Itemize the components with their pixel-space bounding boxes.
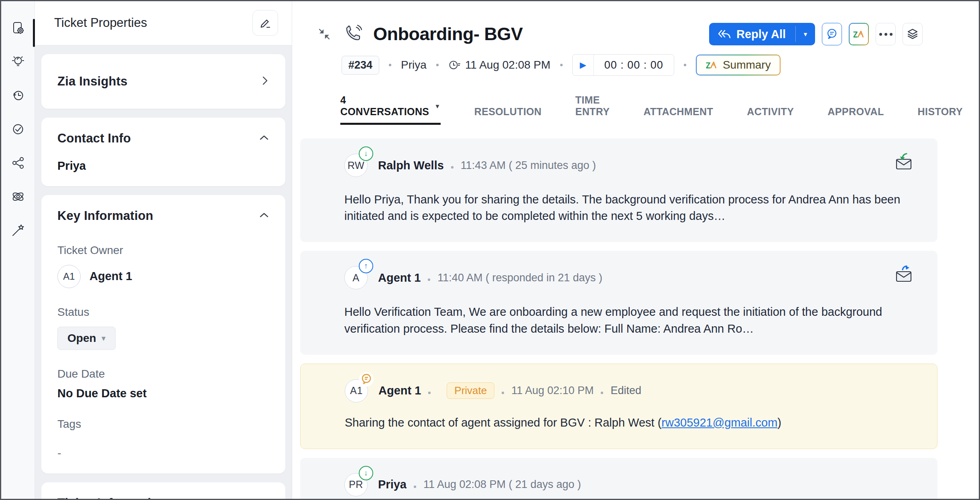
ticket-information-section: Ticket Information [41, 482, 285, 499]
tab-approval[interactable]: APPROVAL [828, 106, 884, 125]
received-mail-icon [893, 153, 913, 173]
ticket-created-time: 11 Aug 02:08 PM [448, 59, 551, 71]
time-tracker: ▶ 00 : 00 : 00 [572, 54, 674, 76]
conversation-list: RW ↓ Ralph Wells 11:43 AM ( 25 minutes a… [300, 138, 937, 499]
separator-dot [560, 64, 563, 66]
conversation-time: 11 Aug 02:08 PM ( 21 days ago ) [423, 478, 581, 491]
sent-mail-icon [893, 265, 913, 285]
ticket-id-chip: #234 [342, 56, 379, 75]
header-actions: Reply All ▾ [709, 23, 923, 45]
tab-time-entry[interactable]: TIME ENTRY [575, 94, 610, 125]
tab-resolution[interactable]: RESOLUTION [474, 106, 542, 125]
conversation-author: Agent 1 [378, 384, 421, 397]
zia-insights-icon[interactable] [10, 54, 26, 69]
tab-history[interactable]: HISTORY [918, 106, 963, 125]
tab-activity[interactable]: ACTIVITY [747, 106, 794, 125]
conversation-item: PR ↓ Priya 11 Aug 02:08 PM ( 21 days ago… [300, 458, 937, 499]
caret-down-icon: ▼ [434, 103, 440, 110]
layout-button[interactable] [903, 23, 923, 45]
status-value: Open [67, 332, 96, 345]
separator-dot [451, 166, 453, 169]
ellipsis-icon [879, 33, 893, 36]
ticket-properties-icon[interactable] [10, 20, 26, 36]
ticket-meta-row: #234 Priya 11 Aug 02:08 PM ▶ 00 : 00 : 0… [342, 54, 979, 76]
conversation-item: A ↑ Agent 1 11:40 AM ( responded in 21 d… [300, 251, 937, 354]
separator-dot [414, 486, 416, 488]
tab-conversations[interactable]: 4 CONVERSATIONS▼ [340, 94, 441, 125]
key-information-title: Key Information [57, 209, 153, 223]
reply-all-icon [717, 29, 731, 39]
summary-label: Summary [723, 59, 771, 71]
contact-info-section: Contact Info Priya [41, 118, 285, 186]
comment-button[interactable] [822, 23, 842, 45]
private-note-item: A1 Agent 1 Private 11 Aug 02:10 PM Edite… [300, 364, 937, 449]
conversation-time: 11 Aug 02:10 PM [511, 384, 594, 397]
collapse-section-icon[interactable] [259, 134, 269, 143]
panel-title: Ticket Properties [54, 16, 147, 30]
pencil-icon [259, 17, 271, 29]
note-badge-icon [359, 372, 374, 386]
zia-icon [853, 29, 865, 39]
share-icon[interactable] [10, 155, 26, 171]
conversation-body: Sharing the contact of agent assigned fo… [345, 415, 909, 431]
key-information-section: Key Information Ticket Owner A1 Agent 1 … [41, 195, 285, 474]
chevron-right-icon[interactable] [260, 75, 269, 87]
status-dropdown[interactable]: Open ▾ [57, 327, 116, 350]
conversation-author: Priya [378, 478, 407, 491]
tab-attachment[interactable]: ATTACHMENT [643, 106, 713, 125]
layers-icon [907, 28, 919, 40]
active-rail-indicator [33, 19, 35, 47]
ticket-title: Onboarding- BGV [373, 24, 523, 45]
conversation-author: Ralph Wells [378, 159, 444, 172]
separator-dot [428, 278, 430, 281]
zia-insights-title: Zia Insights [57, 74, 128, 89]
conversation-time: 11:40 AM ( responded in 21 days ) [437, 272, 602, 284]
contact-name[interactable]: Priya [57, 159, 269, 173]
ticket-tabs: 4 CONVERSATIONS▼ RESOLUTION TIME ENTRY A… [340, 94, 979, 125]
reply-options-caret[interactable]: ▾ [796, 23, 815, 45]
private-badge: Private [447, 382, 494, 399]
automation-wand-icon[interactable] [10, 223, 26, 238]
conversation-author: Agent 1 [378, 271, 421, 285]
zia-insights-section[interactable]: Zia Insights [41, 54, 285, 109]
history-icon[interactable] [10, 88, 26, 103]
caret-down-icon: ▾ [102, 334, 106, 343]
conversation-time: 11:43 AM ( 25 minutes ago ) [461, 159, 596, 172]
clock-icon [448, 59, 460, 71]
due-date-value: No Due Date set [57, 387, 269, 400]
zia-icon [706, 60, 718, 70]
separator-dot [428, 392, 431, 394]
conversation-body: Hello Priya, Thank you for sharing the d… [344, 191, 909, 224]
ticket-properties-header: Ticket Properties [35, 1, 292, 45]
zia-button[interactable] [849, 23, 869, 45]
summary-button[interactable]: Summary [696, 55, 781, 75]
collapse-view-icon[interactable] [316, 26, 332, 42]
phone-channel-icon [344, 24, 363, 44]
separator-dot [684, 64, 686, 66]
timer-value: 00 : 00 : 00 [594, 59, 674, 71]
conversation-item: RW ↓ Ralph Wells 11:43 AM ( 25 minutes a… [300, 138, 937, 242]
separator-dot [502, 392, 504, 394]
sidebar-sections: Zia Insights Contact Info Priya Key Info… [35, 45, 292, 499]
separator-dot [436, 64, 439, 66]
separator-dot [389, 64, 391, 66]
edited-label: Edited [610, 384, 641, 397]
approvals-icon[interactable] [10, 122, 26, 137]
play-timer-icon[interactable]: ▶ [573, 60, 594, 70]
tags-label: Tags [57, 418, 269, 431]
due-date-label: Due Date [57, 368, 269, 380]
integrations-icon[interactable] [10, 189, 26, 204]
more-actions-button[interactable] [876, 23, 896, 45]
outgoing-badge-icon: ↑ [359, 259, 373, 273]
reply-all-button[interactable]: Reply All ▾ [709, 23, 815, 45]
status-label: Status [57, 306, 269, 319]
ticket-contact[interactable]: Priya [401, 59, 427, 71]
collapse-section-icon[interactable] [259, 211, 269, 220]
chat-bubble-icon [826, 28, 838, 40]
contact-info-title: Contact Info [57, 131, 131, 146]
owner-name: Agent 1 [89, 270, 132, 283]
edit-properties-button[interactable] [252, 10, 278, 36]
ticket-main: Onboarding- BGV Reply All ▾ [292, 1, 979, 499]
email-link[interactable]: rw305921@gmail.com [661, 416, 777, 429]
incoming-badge-icon: ↓ [359, 146, 373, 161]
